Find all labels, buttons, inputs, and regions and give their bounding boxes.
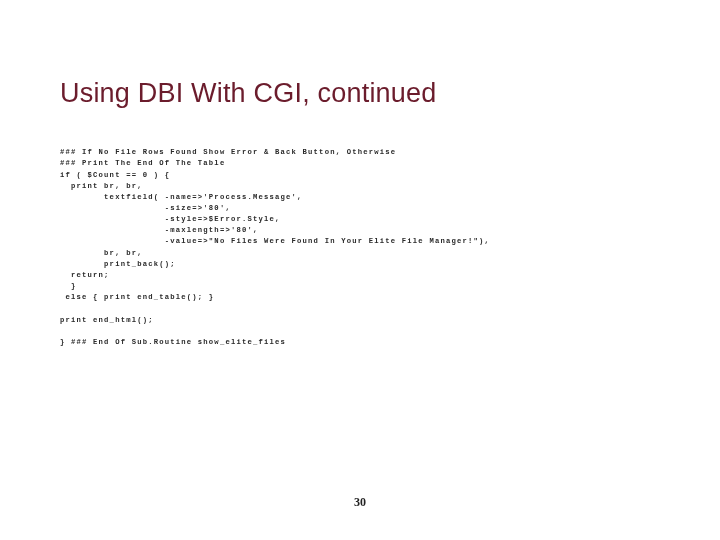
slide: Using DBI With CGI, continued ### If No … bbox=[0, 0, 720, 540]
code-block: ### If No File Rows Found Show Error & B… bbox=[60, 147, 660, 348]
slide-title: Using DBI With CGI, continued bbox=[60, 78, 436, 109]
page-number: 30 bbox=[0, 495, 720, 510]
